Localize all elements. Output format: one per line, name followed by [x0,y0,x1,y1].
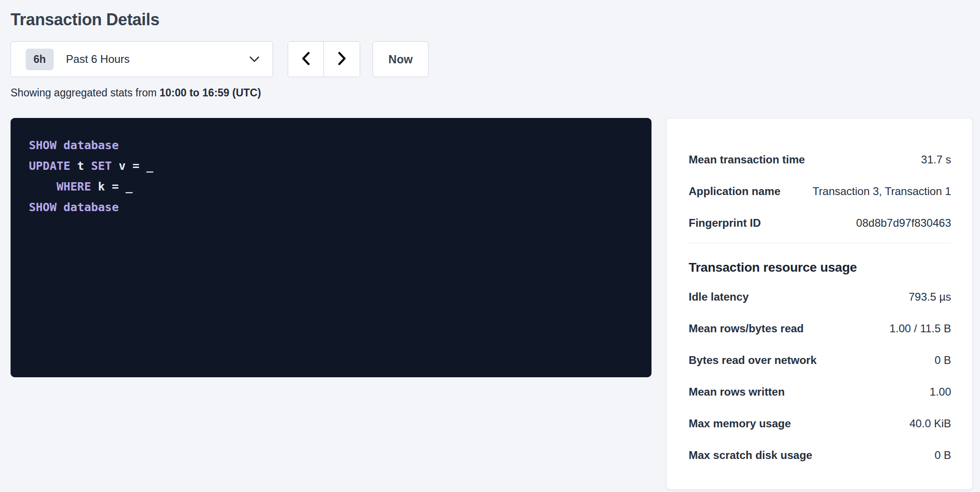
stat-row: Fingerprint ID08d8b7d97f830463 [689,207,951,239]
sql-statement-box: SHOW databaseUPDATE t SET v = _ WHERE k … [11,118,651,377]
stat-row: Bytes read over network0 B [689,344,951,376]
stat-row: Idle latency793.5 µs [689,281,951,313]
aggregated-stats-subtitle: Showing aggregated stats from 10:00 to 1… [11,87,973,99]
stat-value: 40.0 KiB [909,417,951,430]
stat-label: Mean rows/bytes read [689,322,813,335]
card-divider [689,243,951,243]
page-title: Transaction Details [11,10,973,29]
resource-usage-heading: Transaction resource usage [689,260,951,275]
stat-value: 31.7 s [921,153,951,166]
next-range-button[interactable] [324,42,360,77]
stat-label: Idle latency [689,291,758,303]
stat-label: Mean transaction time [689,153,814,166]
stat-row: Application nameTransaction 3, Transacti… [689,175,951,207]
summary-stats: Mean transaction time31.7 sApplication n… [689,144,951,239]
transaction-details-page: Transaction Details 6h Past 6 Hours Now [0,0,980,490]
stat-label: Bytes read over network [689,354,826,367]
stat-row: Mean rows/bytes read1.00 / 11.5 B [689,313,951,344]
stat-value: 793.5 µs [908,291,951,303]
stat-value: 0 B [935,354,951,367]
now-button[interactable]: Now [373,41,429,77]
stat-value: Transaction 3, Transaction 1 [813,185,951,198]
stat-value: 0 B [935,449,951,462]
stat-row: Max scratch disk usage0 B [689,439,951,471]
subtitle-time-range: 10:00 to 16:59 (UTC) [160,87,261,99]
sql-code-line: WHERE k = _ [29,176,638,197]
chevron-down-icon [249,56,260,63]
time-range-arrows [288,41,360,77]
sql-code-line: UPDATE t SET v = _ [29,156,638,176]
subtitle-prefix: Showing aggregated stats from [11,87,160,99]
chevron-left-icon [300,50,312,68]
time-controls: 6h Past 6 Hours Now [11,41,973,77]
previous-range-button[interactable] [288,42,324,77]
transaction-details-card: Mean transaction time31.7 sApplication n… [666,118,973,490]
stat-label: Max scratch disk usage [689,449,821,462]
stat-label: Application name [689,185,790,198]
stat-label: Max memory usage [689,417,800,430]
stat-row: Max memory usage40.0 KiB [689,408,951,439]
sql-code-line: SHOW database [29,197,638,218]
sql-code-line: SHOW database [29,135,638,156]
stat-row: Mean rows written1.00 [689,376,951,408]
stat-value: 1.00 / 11.5 B [890,322,951,335]
stat-value: 08d8b7d97f830463 [856,217,951,229]
time-range-label: Past 6 Hours [66,53,130,66]
stat-label: Mean rows written [689,386,794,398]
stat-row: Mean transaction time31.7 s [689,144,951,175]
time-range-badge: 6h [26,49,54,70]
stat-label: Fingerprint ID [689,217,770,229]
chevron-right-icon [336,50,348,68]
time-range-picker[interactable]: 6h Past 6 Hours [11,41,273,77]
main-content: SHOW databaseUPDATE t SET v = _ WHERE k … [11,118,973,490]
resource-usage-stats: Idle latency793.5 µsMean rows/bytes read… [689,281,951,471]
stat-value: 1.00 [930,386,951,398]
